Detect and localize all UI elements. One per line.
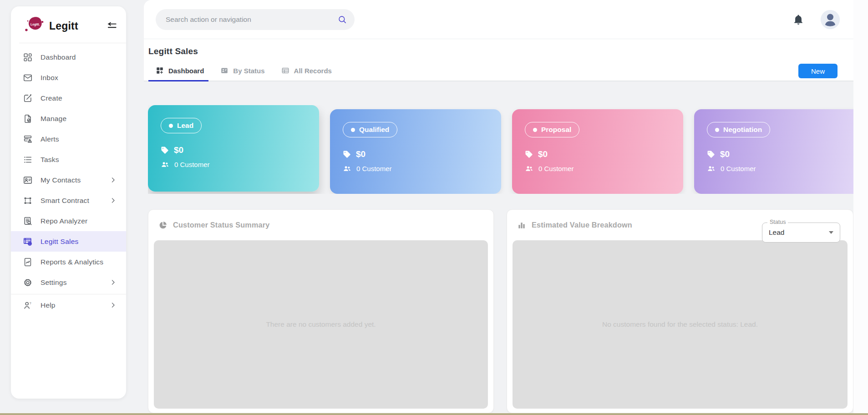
notifications-bell-icon[interactable] [792, 14, 804, 25]
panel-header: Customer Status Summary [148, 210, 493, 240]
status-badge: Proposal [525, 122, 579, 137]
brand-row[interactable]: Legitt. Legitt [11, 14, 126, 42]
bar-chart-icon [517, 221, 526, 230]
sidebar-item-create[interactable]: Create [11, 88, 126, 108]
create-icon [23, 93, 33, 103]
tab-label: By Status [233, 67, 264, 75]
card-customers: 0 Customer [356, 165, 392, 172]
sidebar-item-reports-analytics[interactable]: Reports & Analytics [11, 252, 126, 272]
tag-icon [343, 150, 351, 158]
repo-analyzer-icon [23, 216, 33, 226]
manage-icon [23, 114, 33, 124]
tab-dashboard[interactable]: Dashboard [148, 66, 208, 81]
sidebar-item-alerts[interactable]: Alerts [11, 129, 126, 149]
people-icon [343, 164, 351, 173]
sidebar-nav: Dashboard Inbox Create Manage [11, 47, 126, 316]
reports-icon [23, 257, 33, 267]
sidebar-item-label: Dashboard [41, 53, 76, 61]
sidebar: Legitt. Legitt Dashboard Inbox [11, 6, 126, 399]
avatar-person-icon [821, 10, 840, 29]
page-header: Legitt Sales Dashboard By Status [144, 39, 853, 81]
chevron-right-icon [109, 197, 117, 204]
status-card-negotiation[interactable]: Negotiation $0 0 Customer [694, 109, 853, 194]
sidebar-item-label: Legitt Sales [41, 238, 78, 246]
card-customers: 0 Customer [174, 161, 210, 168]
dashboard-customize-icon [156, 66, 164, 75]
sidebar-item-label: Inbox [41, 74, 58, 82]
status-card-lead[interactable]: Lead $0 0 Customer [148, 105, 319, 192]
sidebar-item-help[interactable]: ? Help [11, 294, 126, 316]
status-badge: Lead [161, 118, 202, 133]
status-badge: Negotiation [707, 122, 770, 137]
sidebar-item-label: Settings [41, 278, 67, 287]
sidebar-item-label: My Contacts [41, 176, 81, 184]
bottom-edge-strip [0, 413, 868, 415]
status-dot-icon [715, 128, 719, 132]
card-customers: 0 Customer [721, 165, 756, 172]
empty-chart-placeholder: There are no customers added yet. [154, 240, 488, 409]
card-customers-row: 0 Customer [525, 164, 670, 173]
tab-by-status[interactable]: By Status [213, 66, 269, 81]
status-badge-label: Negotiation [723, 126, 762, 134]
status-cards-row: Lead $0 0 Customer Qualified [148, 105, 853, 194]
status-badge-label: Proposal [541, 126, 571, 134]
estimated-value-breakdown-panel: Estimated Value Breakdown Status Lead No… [507, 209, 853, 413]
status-select[interactable]: Status Lead [762, 223, 840, 243]
sidebar-item-inbox[interactable]: Inbox [11, 67, 126, 88]
tag-icon [525, 150, 533, 158]
dashboard-icon [23, 52, 33, 62]
user-avatar[interactable] [821, 10, 840, 29]
card-amount-row: $0 [707, 149, 853, 159]
panels-row: Customer Status Summary There are no cus… [148, 209, 853, 413]
status-card-qualified[interactable]: Qualified $0 0 Customer [330, 109, 501, 194]
search-icon[interactable] [337, 15, 347, 25]
chevron-right-icon [109, 278, 117, 286]
tag-icon [161, 146, 169, 154]
new-button[interactable]: New [798, 64, 838, 78]
card-amount-row: $0 [161, 145, 306, 155]
sidebar-item-label: Manage [41, 115, 66, 123]
status-dot-icon [169, 124, 173, 128]
topbar-actions [792, 10, 840, 29]
tab-bar: Dashboard By Status All Records [148, 66, 853, 81]
status-badge: Qualified [343, 122, 397, 137]
status-card-proposal[interactable]: Proposal $0 0 Customer [512, 109, 683, 194]
pie-chart-icon [158, 221, 168, 230]
contact-card-icon [220, 66, 228, 75]
empty-state-message: No customers found for the selected stat… [602, 320, 758, 329]
sidebar-item-label: Smart Contract [41, 197, 89, 205]
search-input[interactable] [166, 15, 337, 24]
main-content: Legitt Sales Dashboard By Status [144, 0, 853, 415]
sidebar-item-label: Repo Analyzer [41, 217, 87, 225]
tab-label: Dashboard [168, 67, 204, 75]
sidebar-item-manage[interactable]: Manage [11, 108, 126, 129]
sidebar-item-label: Help [41, 301, 56, 309]
sidebar-divider [19, 43, 126, 43]
tab-all-records[interactable]: All Records [274, 66, 336, 81]
card-amount: $0 [538, 149, 548, 159]
sidebar-item-smart-contract[interactable]: Smart Contract [11, 190, 126, 211]
search-bar[interactable] [156, 9, 355, 30]
tag-icon [707, 150, 715, 158]
settings-icon [23, 278, 33, 288]
sidebar-item-repo-analyzer[interactable]: Repo Analyzer [11, 211, 126, 231]
empty-state-message: There are no customers added yet. [266, 320, 376, 329]
sidebar-item-label: Reports & Analytics [41, 258, 103, 266]
sidebar-item-my-contacts[interactable]: My Contacts [11, 170, 126, 190]
sidebar-item-label: Create [41, 94, 62, 102]
scrollbar-gutter[interactable] [853, 0, 868, 415]
alerts-icon [23, 134, 33, 144]
brand-name: Legitt [49, 20, 78, 32]
sidebar-item-dashboard[interactable]: Dashboard [11, 47, 126, 67]
chevron-right-icon [109, 301, 117, 309]
status-badge-label: Lead [177, 121, 193, 130]
people-icon [161, 160, 169, 169]
status-select-label: Status [767, 219, 788, 225]
topbar [144, 0, 853, 39]
collapse-sidebar-icon[interactable] [106, 20, 118, 32]
sidebar-item-tasks[interactable]: Tasks [11, 149, 126, 170]
contacts-icon [23, 175, 33, 185]
sidebar-item-settings[interactable]: Settings [11, 272, 126, 293]
sidebar-item-legitt-sales[interactable]: CRM Legitt Sales [11, 231, 126, 252]
card-amount-row: $0 [343, 149, 488, 159]
